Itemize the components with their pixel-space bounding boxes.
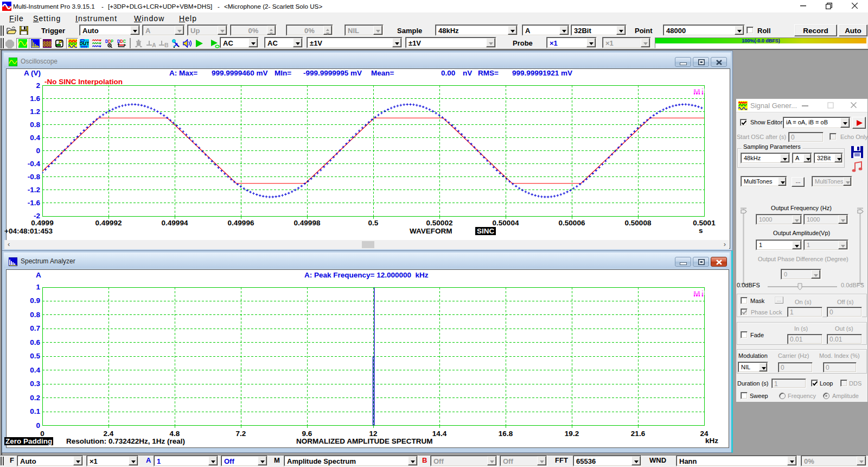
svg-text:Mi: Mi xyxy=(693,289,704,297)
svg-text:A: A xyxy=(152,42,156,48)
svg-text:DDP: DDP xyxy=(105,39,113,44)
svg-text:888: 888 xyxy=(43,40,52,48)
svg-text:Mi: Mi xyxy=(693,87,704,95)
svg-text:B: B xyxy=(164,42,168,48)
svg-text:DUT: DUT xyxy=(80,41,89,46)
